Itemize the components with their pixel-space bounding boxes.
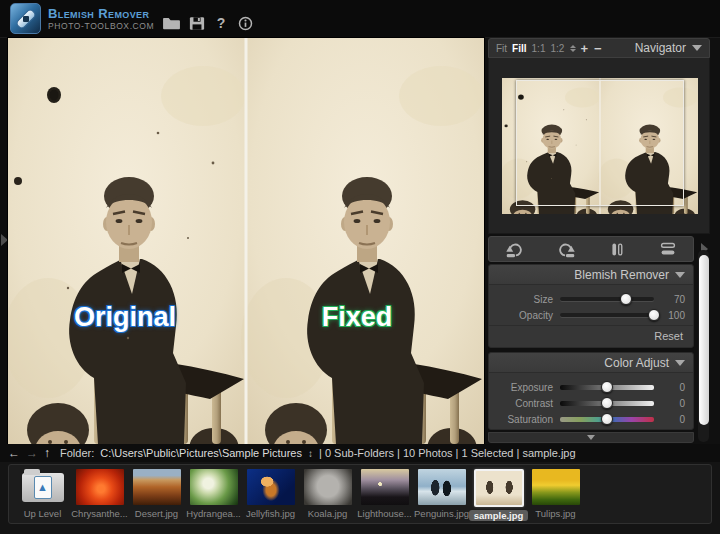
- save-button[interactable]: [186, 14, 208, 32]
- thumbnail-lighthouse: [361, 469, 409, 505]
- filmstrip-label: Jellyfish.jpg: [246, 508, 295, 519]
- thumbnail-koala: [304, 469, 352, 505]
- saturation-slider-track[interactable]: [560, 417, 654, 422]
- filmstrip-item-tulips[interactable]: Tulips.jpg: [527, 469, 584, 519]
- contrast-label: Contrast: [497, 398, 553, 409]
- color-panel-body: Exposure 0 Contrast 0 Saturation: [489, 373, 693, 429]
- rotate-left-icon: [504, 240, 526, 259]
- saturation-slider-row: Saturation 0: [489, 411, 693, 427]
- fixed-label: Fixed: [272, 302, 442, 333]
- navigator-viewport-rect[interactable]: [516, 80, 684, 206]
- blemish-panel-header[interactable]: Blemish Remover: [489, 265, 693, 285]
- zoom-in-button[interactable]: +: [580, 42, 588, 55]
- flip-vertical-button[interactable]: [653, 238, 683, 260]
- thumbnail-jellyfish: [247, 469, 295, 505]
- scroll-down-icon: [587, 435, 595, 440]
- collapse-icon: [675, 360, 685, 366]
- photo-before-after: [8, 38, 484, 444]
- zoom-mode-fit[interactable]: Fit: [496, 43, 507, 54]
- opacity-slider-knob[interactable]: [648, 309, 660, 321]
- filmstrip-item-up-level[interactable]: ▲ Up Level: [14, 469, 71, 519]
- folder-icon: [162, 16, 181, 31]
- size-value: 70: [661, 294, 685, 305]
- help-button[interactable]: ?: [210, 14, 232, 32]
- panel-scroll-down-bar[interactable]: [488, 432, 694, 443]
- flip-vertical-icon: [657, 240, 679, 259]
- status-bar: ← → ↑ Folder: C:\Users\Public\Pictures\S…: [0, 444, 720, 462]
- filmstrip-label: Hydrangea...: [186, 508, 240, 519]
- title-bar: Blemish Remover PHOTO-TOOLBOX.COM ?: [0, 0, 720, 38]
- filmstrip-item-sample-selected[interactable]: sample.jpg: [470, 469, 527, 521]
- folder-path[interactable]: C:\Users\Public\Pictures\Sample Pictures: [100, 447, 302, 459]
- rotate-right-button[interactable]: [551, 238, 581, 260]
- filmstrip-item-chrysanthemum[interactable]: Chrysanthe...: [71, 469, 128, 519]
- filmstrip-inner: ▲ Up Level Chrysanthe... Desert.jpg Hydr…: [8, 464, 712, 524]
- flip-horizontal-button[interactable]: [602, 238, 632, 260]
- contrast-value: 0: [661, 398, 685, 409]
- collapse-icon: [675, 272, 685, 278]
- filmstrip-label: Penguins.jpg: [414, 508, 469, 519]
- zoom-mode-1-2[interactable]: 1:2: [550, 43, 564, 54]
- zoom-spinner-icon[interactable]: [570, 45, 576, 52]
- opacity-value: 100: [661, 310, 685, 321]
- transform-toolbar: [488, 236, 694, 262]
- scrollbar-thumb[interactable]: [699, 255, 709, 425]
- up-folder-button[interactable]: ↑: [44, 447, 50, 459]
- flip-horizontal-icon: [606, 240, 628, 259]
- opacity-slider-track[interactable]: [560, 313, 654, 317]
- filmstrip-label: Up Level: [24, 508, 62, 519]
- navigator-thumbnail[interactable]: [502, 78, 698, 214]
- app-window: Blemish Remover PHOTO-TOOLBOX.COM ?: [0, 0, 720, 534]
- filmstrip-label: Desert.jpg: [135, 508, 178, 519]
- size-label: Size: [497, 294, 553, 305]
- left-collapse-arrow-icon[interactable]: [1, 234, 8, 246]
- up-arrow-icon: ▲: [37, 482, 48, 493]
- zoom-out-button[interactable]: −: [594, 42, 602, 55]
- color-panel-title: Color Adjust: [604, 356, 669, 370]
- contrast-slider-track[interactable]: [560, 401, 654, 406]
- thumbnail-desert: [133, 469, 181, 505]
- open-folder-button[interactable]: [160, 14, 182, 32]
- filmstrip-item-hydrangea[interactable]: Hydrangea...: [185, 469, 242, 519]
- size-slider-knob[interactable]: [620, 293, 632, 305]
- filmstrip-label: Tulips.jpg: [535, 508, 575, 519]
- filmstrip-item-koala[interactable]: Koala.jpg: [299, 469, 356, 519]
- navigator-body: [488, 58, 710, 234]
- image-canvas[interactable]: Original Fixed: [8, 38, 484, 444]
- size-slider-row: Size 70: [489, 291, 693, 307]
- save-icon: [189, 16, 205, 31]
- left-panel-collapse-strip: [0, 38, 8, 444]
- contrast-slider-row: Contrast 0: [489, 395, 693, 411]
- app-title: Blemish Remover: [48, 6, 149, 21]
- original-label: Original: [40, 302, 210, 333]
- filmstrip-item-lighthouse[interactable]: Lighthouse...: [356, 469, 413, 519]
- info-button[interactable]: [234, 14, 256, 32]
- blemish-panel-body: Size 70 Opacity 100: [489, 285, 693, 325]
- thumbnail-tulips: [532, 469, 580, 505]
- zoom-mode-fill[interactable]: Fill: [512, 43, 526, 54]
- opacity-slider-row: Opacity 100: [489, 307, 693, 323]
- panel-scrollbar[interactable]: [698, 250, 709, 442]
- reset-button[interactable]: Reset: [654, 330, 683, 342]
- rotate-left-button[interactable]: [500, 238, 530, 260]
- selected-thumbnail-card: [474, 469, 524, 507]
- zoom-mode-1-1[interactable]: 1:1: [532, 43, 546, 54]
- filmstrip-label: Koala.jpg: [308, 508, 348, 519]
- back-button[interactable]: ←: [8, 447, 20, 459]
- filmstrip-item-jellyfish[interactable]: Jellyfish.jpg: [242, 469, 299, 519]
- size-slider-track[interactable]: [560, 297, 654, 301]
- contrast-slider-knob[interactable]: [601, 397, 613, 409]
- exposure-slider-knob[interactable]: [601, 381, 613, 393]
- filmstrip-label: Chrysanthe...: [71, 508, 128, 519]
- filmstrip-item-desert[interactable]: Desert.jpg: [128, 469, 185, 519]
- filmstrip-item-penguins[interactable]: Penguins.jpg: [413, 469, 470, 519]
- saturation-slider-knob[interactable]: [601, 413, 613, 425]
- forward-button[interactable]: →: [26, 447, 38, 459]
- navigator-title-toggle[interactable]: Navigator: [635, 41, 702, 55]
- exposure-slider-track[interactable]: [560, 385, 654, 390]
- exposure-label: Exposure: [497, 382, 553, 393]
- folder-dropdown-icon[interactable]: ↕: [308, 448, 313, 459]
- folder-stats: | 0 Sub-Folders | 10 Photos | 1 Selected…: [319, 447, 576, 459]
- filmstrip-label-selected: sample.jpg: [469, 510, 529, 521]
- color-panel-header[interactable]: Color Adjust: [489, 353, 693, 373]
